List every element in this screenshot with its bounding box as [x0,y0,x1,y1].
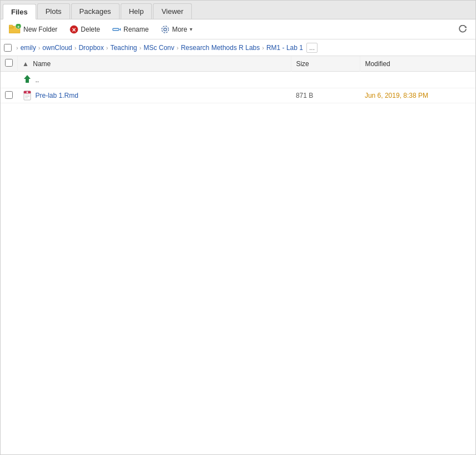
rename-label: Rename [123,26,148,33]
breadcrumb-item-mscconv[interactable]: MSc Conv [143,44,174,52]
prelab1-checkbox-cell[interactable] [1,88,18,103]
svg-text:+: + [17,24,20,29]
select-all-checkbox[interactable] [5,59,13,67]
svg-point-15 [26,92,28,93]
parent-size-cell [291,72,360,88]
new-folder-button[interactable]: + New Folder [4,22,62,37]
new-folder-label: New Folder [23,26,57,33]
svg-point-10 [162,26,168,33]
prelab1-modified-cell: Jun 6, 2019, 8:38 PM [360,88,475,103]
svg-point-9 [164,28,167,31]
svg-text:×: × [72,26,76,33]
parent-name-cell[interactable]: .. [18,72,291,88]
breadcrumb-item-dropbox[interactable]: Dropbox [78,44,103,52]
svg-marker-12 [24,75,31,83]
tab-plots[interactable]: Plots [37,3,70,19]
refresh-icon [458,25,467,34]
table-header-modified[interactable]: Modified [360,56,475,72]
breadcrumb-sep-1: › [38,44,41,51]
parent-checkbox-cell [1,72,18,88]
breadcrumb-arrow-start: › [16,44,18,51]
breadcrumb-sep-4: › [139,44,141,51]
tab-packages[interactable]: Packages [71,3,120,19]
parent-name-label: .. [36,76,39,84]
table-row-prelab1: Pre-lab 1.Rmd 871 B Jun 6, 2019, 8:38 PM [1,88,475,103]
rmd-file-icon [22,91,32,101]
breadcrumb-item-rmlabs[interactable]: Research Methods R Labs [181,44,260,52]
breadcrumb-item-rm1lab1[interactable]: RM1 - Lab 1 [266,44,303,52]
breadcrumb-item-teaching[interactable]: Teaching [110,44,137,52]
delete-label: Delete [81,26,100,33]
more-button[interactable]: More ▾ [156,23,197,36]
more-gear-icon [161,25,170,34]
breadcrumb-checkbox[interactable] [4,44,12,52]
prelab1-checkbox[interactable] [5,91,13,99]
delete-button[interactable]: × Delete [65,23,105,36]
parent-up-icon [22,74,32,86]
breadcrumb: › emily › ownCloud › Dropbox › Teaching … [1,39,475,56]
refresh-button[interactable] [453,23,472,36]
svg-rect-2 [9,25,13,27]
prelab1-name-cell[interactable]: Pre-lab 1.Rmd [18,88,291,103]
toolbar: + New Folder × Delete Renam [1,19,475,39]
breadcrumb-sep-5: › [177,44,179,51]
sort-arrow: ▲ [22,60,29,68]
tab-files[interactable]: Files [3,4,36,19]
rename-button[interactable]: Rename [107,23,153,36]
new-folder-icon: + [9,24,21,35]
tab-help[interactable]: Help [121,3,152,19]
breadcrumb-sep-2: › [75,44,77,51]
tab-bar: Files Plots Packages Help Viewer [1,1,475,19]
files-panel: Files Plots Packages Help Viewer + New F… [0,0,476,455]
prelab1-size-cell: 871 B [291,88,360,103]
file-table: ▲ ▲ NameName Size Modified [1,56,475,454]
breadcrumb-item-owncloud[interactable]: ownCloud [42,44,72,52]
more-caret-icon: ▾ [190,26,192,32]
table-header-row: ▲ ▲ NameName Size Modified [1,56,475,72]
breadcrumb-sep-6: › [262,44,264,51]
table-header-size[interactable]: Size [291,56,360,72]
table-header-name[interactable]: ▲ ▲ NameName [18,56,291,72]
tab-viewer[interactable]: Viewer [153,3,192,19]
prelab1-name-label: Pre-lab 1.Rmd [36,92,78,99]
parent-modified-cell [360,72,475,88]
breadcrumb-item-emily[interactable]: emily [21,44,36,52]
more-label: More [172,26,187,33]
delete-icon: × [70,25,78,34]
table-header-checkbox-col [1,56,18,72]
breadcrumb-sep-3: › [106,44,108,51]
table-row-parent: .. [1,72,475,88]
svg-rect-7 [113,28,119,31]
breadcrumb-more-button[interactable]: ... [306,43,318,53]
rename-icon [112,25,121,34]
svg-marker-8 [119,28,121,31]
